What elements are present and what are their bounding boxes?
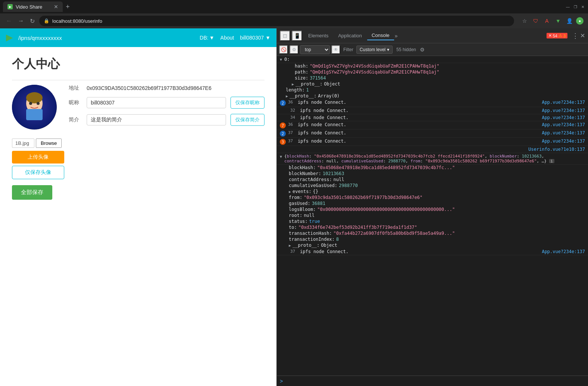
transactionHash-key: transactionHash: bbox=[289, 231, 332, 236]
tab-close-button[interactable]: ✕ bbox=[54, 4, 58, 10]
from-line: from: "0x093c9da3501c580262b69f71977b30d… bbox=[277, 194, 588, 200]
devtools-close-button[interactable]: ✕ bbox=[580, 32, 585, 39]
tab-favicon: ▶ bbox=[7, 4, 13, 9]
cumulativeGasUsed-val: 2988770 bbox=[339, 183, 358, 188]
last-link[interactable]: App.vue?234e:137 bbox=[542, 249, 585, 254]
devtools-mobile-button[interactable]: 📱 bbox=[292, 31, 302, 41]
to-val: "0xd334f6e742bef53d92b241ff3b7f719eda1f1… bbox=[298, 225, 417, 230]
ext-icon-3[interactable]: ▼ bbox=[554, 16, 563, 25]
svg-point-3 bbox=[26, 92, 43, 103]
user-menu[interactable]: bill080307 ▼ bbox=[240, 35, 270, 41]
path-val: "QmQd1gSYwZ7Vghv24VSsdGiqabUaFZmR2E1CPAH… bbox=[310, 69, 439, 75]
save-nickname-button[interactable]: 仅保存昵称 bbox=[230, 97, 264, 109]
status-line: status: true bbox=[277, 218, 588, 224]
link-4[interactable]: App.vue?234e:137 bbox=[542, 130, 585, 136]
db-menu[interactable]: DB: ▼ bbox=[200, 35, 214, 41]
console-input[interactable] bbox=[285, 379, 585, 384]
count-1: 32 bbox=[290, 108, 298, 113]
close-button[interactable]: ✕ bbox=[581, 4, 585, 9]
gasUsed-line: gasUsed: 36881 bbox=[277, 200, 588, 206]
webpage-header: ▶ /ipns/qmxxxxxxxx DB: ▼ About bill08030… bbox=[0, 28, 276, 47]
proto3-expand-icon[interactable]: ▶ bbox=[289, 243, 291, 248]
link-2[interactable]: App.vue?234e:137 bbox=[542, 115, 585, 120]
upload-avatar-button[interactable]: 上传头像 bbox=[12, 151, 64, 164]
browser-chrome: ▶ Video Share ✕ + — ❐ ✕ ← → ↻ 🔒 localhos… bbox=[0, 0, 588, 28]
devtools-more-button[interactable]: » bbox=[395, 33, 398, 39]
reload-button[interactable]: ↻ bbox=[28, 16, 36, 26]
bio-input[interactable] bbox=[87, 114, 226, 125]
maximize-button[interactable]: ❐ bbox=[573, 4, 578, 9]
proto1-expand-icon[interactable]: ▶ bbox=[292, 82, 294, 87]
save-bio-button[interactable]: 仅保存简介 bbox=[230, 114, 264, 126]
forward-button[interactable]: → bbox=[16, 16, 25, 26]
devtools-toolbar: ⊡ 📱 Elements Application Console » ✕ 54 … bbox=[277, 28, 588, 43]
events-expand-icon[interactable]: ▶ bbox=[289, 190, 291, 194]
console-settings-button[interactable]: ⚙ bbox=[290, 45, 298, 54]
custom-level-button[interactable]: Custom level ▾ bbox=[356, 46, 393, 54]
back-button[interactable]: ← bbox=[4, 16, 13, 26]
browse-button[interactable]: Browse bbox=[36, 138, 62, 148]
svg-point-4 bbox=[29, 102, 32, 105]
tab-title: Video Share bbox=[16, 4, 42, 10]
console-output[interactable]: ▼ 0: hash: "QmQd1gSYwZ7Vghv24VSsdGiqabUa… bbox=[277, 56, 588, 376]
count-0: 36 bbox=[288, 100, 295, 105]
browser-tab[interactable]: ▶ Video Share ✕ bbox=[3, 1, 63, 12]
proto2-line: ▶ __proto__: Array(0) bbox=[277, 93, 588, 99]
proto1-line: ▶ __proto__: Object bbox=[277, 81, 588, 87]
logsBloom-val: "0x0000000000000000000000000000000000000… bbox=[317, 207, 455, 212]
ext-icon-2[interactable]: A bbox=[542, 16, 551, 25]
tab-application[interactable]: Application bbox=[334, 31, 366, 40]
userinfo-link[interactable]: Userinfo.vue?1e10:137 bbox=[528, 147, 585, 152]
transactionHash-line: transactionHash: "0xfa44b272a6907df0fb5a… bbox=[277, 230, 588, 236]
about-link[interactable]: About bbox=[220, 35, 234, 41]
tab-console[interactable]: Console bbox=[367, 31, 394, 40]
to-key: to: bbox=[289, 225, 297, 230]
more-icon[interactable]: ● bbox=[576, 17, 584, 25]
nickname-input[interactable] bbox=[87, 97, 226, 108]
log-line-1: 32 ipfs node Connect. App.vue?234e:137 bbox=[277, 107, 588, 114]
link-5[interactable]: App.vue?234e:137 bbox=[542, 138, 585, 144]
transactionHash-val: "0xfa44b272a6907df0fb5a80b6bd9f58ae5a49a… bbox=[334, 231, 455, 236]
proto2-expand-icon[interactable]: ▶ bbox=[286, 94, 288, 99]
cumulativeGasUsed-key: cumulativeGasUsed: bbox=[289, 183, 337, 188]
devtools-dock-button[interactable]: ⊡ bbox=[280, 31, 290, 41]
events-key: events: bbox=[293, 189, 312, 194]
save-avatar-button[interactable]: 仅保存头像 bbox=[12, 166, 64, 179]
url-bar[interactable]: 🔒 localhost:8080/userinfo bbox=[39, 16, 514, 26]
new-tab-button[interactable]: + bbox=[64, 1, 71, 12]
hidden-count: 55 hidden bbox=[394, 47, 418, 52]
log-line-4: 2 37 ipfs node Connect. App.vue?234e:137 bbox=[277, 130, 588, 138]
profile-icon[interactable]: 👤 bbox=[565, 16, 574, 25]
log-line-3: 7 36 ipfs node Connect. App.vue?234e:137 bbox=[277, 121, 588, 130]
settings-icon[interactable]: ⚙ bbox=[420, 47, 425, 53]
file-input-row: 1B.jpg Browse bbox=[12, 138, 264, 148]
svg-rect-2 bbox=[26, 109, 43, 120]
link-0[interactable]: App.vue?234e:137 bbox=[542, 100, 585, 105]
expand-arrow-icon[interactable]: ▼ bbox=[280, 57, 282, 62]
tab-elements[interactable]: Elements bbox=[304, 31, 333, 40]
devtools-menu-button[interactable]: ⋮ bbox=[572, 32, 579, 40]
prompt-arrow-icon: > bbox=[280, 378, 283, 384]
save-all-button[interactable]: 全部保存 bbox=[12, 185, 52, 200]
minimize-button[interactable]: — bbox=[566, 4, 570, 9]
length-key: length: bbox=[286, 87, 305, 93]
link-3[interactable]: App.vue?234e:137 bbox=[542, 122, 585, 127]
link-1[interactable]: App.vue?234e:137 bbox=[542, 108, 585, 113]
ext-icon-1[interactable]: 🛡 bbox=[531, 16, 540, 25]
address-bar: ← → ↻ 🔒 localhost:8080/userinfo ☆ 🛡 A ▼ … bbox=[0, 13, 588, 28]
text-3: ipfs node Connect. bbox=[298, 122, 539, 127]
cumulativeGasUsed-line: cumulativeGasUsed: 2988770 bbox=[277, 183, 588, 189]
eye-icon[interactable]: 👁 bbox=[331, 45, 340, 54]
context-selector[interactable]: top bbox=[300, 45, 330, 54]
status-key: status: bbox=[289, 219, 308, 224]
block-expand-icon[interactable]: ▼ bbox=[280, 155, 282, 159]
from-val: "0x093c9da3501c580262b69f71977b30d3d9864… bbox=[304, 195, 423, 200]
clear-console-button[interactable]: 🚫 bbox=[279, 45, 288, 54]
logsBloom-line: logsBloom: "0x00000000000000000000000000… bbox=[277, 206, 588, 212]
chevron-down-icon: ▾ bbox=[387, 47, 389, 52]
block-hash-short-line: ▼ {blockHash: "0x45068e478918e39bca1d85e… bbox=[277, 153, 588, 165]
text-5: ipfs node Connect. bbox=[298, 138, 539, 144]
filter-label: Filter bbox=[342, 47, 355, 52]
proto1-key: __proto__: bbox=[295, 81, 322, 87]
bookmark-icon[interactable]: ☆ bbox=[520, 16, 529, 25]
